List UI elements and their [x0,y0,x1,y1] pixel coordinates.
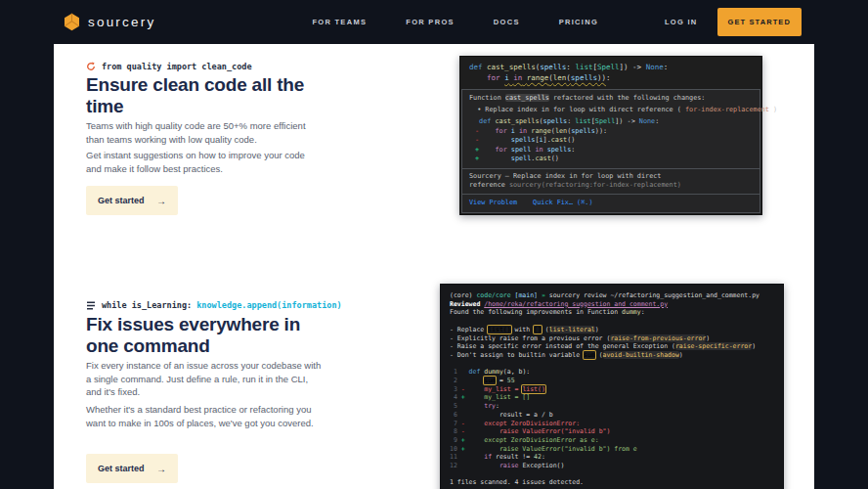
code-token: list() [522,385,544,393]
get-started-button-header[interactable]: GET STARTED [717,8,802,36]
code-token: Function [469,94,505,102]
code-token: raise [499,462,519,469]
code-token: 1 files scanned. 4 issues detected. [450,478,584,486]
logo[interactable]: sourcery [63,13,155,31]
clean-code-paragraph-1: Teams with high quality code are 50+% mo… [86,119,321,146]
code-token: sourcery(refactoring:for-index-replaceme… [509,181,681,189]
code-token: • Replace index in for loop with direct … [469,106,685,113]
fix-issues-paragraph-2: Whether it's a standard best practice or… [86,403,323,429]
code-token: in [519,127,527,135]
login-link[interactable]: LOG IN [665,18,698,26]
nav-for-teams[interactable]: FOR TEAMS [312,18,367,26]
code-token [479,127,495,135]
code-token [461,368,469,376]
code-token: 55 [507,377,515,384]
fix-issues-title: Fix issues everywhere in one command [86,314,300,357]
code-token: ) [706,334,710,342]
code-token: Exception() [518,462,564,469]
code-token: spells [543,117,568,125]
eyebrow-fix-issues: while is_Learning: knowledge.append(info… [86,300,342,310]
code-token: 42 [534,453,542,461]
view-problem-link: View Problem [469,199,517,208]
code-token: refactored with the following changes: [549,94,706,102]
code-line: - Don't assign to builtin variable sum (… [450,351,774,360]
title-line: one command [86,335,300,357]
code-token: cast_spells [505,94,549,102]
code-token [479,146,495,154]
code-token: range [531,127,550,135]
code-token: 7 [450,420,461,427]
nav-for-pros[interactable]: FOR PROS [406,18,455,26]
code-token: raise ValueError("invalid b") [469,427,611,435]
list-icon [86,301,96,310]
code-token: () [551,155,559,162]
code-token: ) [752,342,756,350]
get-started-button-fix-issues[interactable]: Get started → [86,454,178,483]
code-line: def cast_spells(spells: list[Spell]) -> … [475,117,753,127]
code-token: 9 [450,436,461,444]
tooltip-source-line: Sourcery — Replace index in for loop wit… [469,172,753,182]
code-line: 8 - raise ValueError("invalid b") [450,427,774,436]
code-token: in [535,146,542,154]
get-started-button-clean-code[interactable]: Get started → [86,186,178,215]
code-token: + [461,445,469,453]
clean-code-paragraph-2: Get instant suggestions on how to improv… [86,149,321,175]
code-token: - [461,420,469,427]
fix-issues-paragraph-1: Fix every instance of an issue across yo… [86,359,323,399]
code-token: for [495,146,510,154]
code-token: - Raise a specific error instead of the … [450,342,675,350]
quick-fix-link: Quick Fix… (⌘.) [533,199,592,208]
code-token: while is_Learning: [102,300,196,310]
terminal-panel: (core) code/core [main] » sourcery revie… [440,284,784,489]
code-token: : [641,308,645,316]
code-line: + for spell in spells: [475,146,753,156]
title-line: Ensure clean code all the [86,74,304,96]
clean-code-title: Ensure clean code all the time [86,74,304,117]
code-line: - spells[i].cast() [475,136,753,146]
code-token: 1 [450,368,461,376]
nav-pricing[interactable]: PRICING [559,18,598,26]
title-line: time [86,96,304,117]
code-line: 1 files scanned. 4 issues detected. [450,478,774,487]
code-token: Sourcery — Replace index in for loop wit… [469,172,661,180]
code-token: 8 [450,427,461,435]
code-token: 5 [450,402,461,410]
code-token [461,402,469,410]
tooltip-header: Function cast_spells refactored with the… [462,90,760,105]
code-line: 1 def dummy(a, b): [450,368,774,377]
code-token: range [527,73,549,82]
nav-docs[interactable]: DOCS [494,18,520,26]
code-token: result != [492,453,534,461]
code-token: spells [571,127,595,135]
code-token: None [639,117,655,125]
code-token: my_list = [469,385,523,393]
code-token: : [664,63,669,71]
header-right: LOG IN GET STARTED [665,8,802,36]
code-token: spells [540,63,566,71]
code-token: my_list = [] [469,393,531,401]
button-label: Get started [98,196,145,205]
code-token: 2 [450,377,461,384]
code-token: )) [597,73,606,82]
code-token: )): [595,127,607,135]
page-content: from quality import clean_code Ensure cl… [54,44,814,489]
main-nav: FOR TEAMS FOR PROS DOCS PRICING [312,18,598,26]
code-line: 4 + my_list = [] [450,393,774,402]
code-token: for-index-replacement [685,106,769,113]
code-token: ]) [620,63,633,71]
code-token: = [496,377,507,384]
tooltip-actions: View Problem Quick Fix… (⌘.) [462,194,760,213]
code-token: raise-from-previous-error [610,334,706,342]
code-token: + [461,393,469,401]
code-editor-panel: def cast_spells(spells: list[Spell]) -> … [459,56,762,215]
code-token: -> [632,63,646,71]
code-line: def cast_spells(spells: list[Spell]) -> … [469,63,753,73]
code-line: + spell.cast() [475,155,753,164]
code-token: (core) [450,291,476,299]
code-token: len [553,73,567,82]
code-token: [main] [515,291,542,299]
code-token: : [542,453,545,461]
code-token: list [575,63,592,71]
code-token: code/core [476,291,514,299]
code-line: 11 if result != 42: [450,453,774,462]
